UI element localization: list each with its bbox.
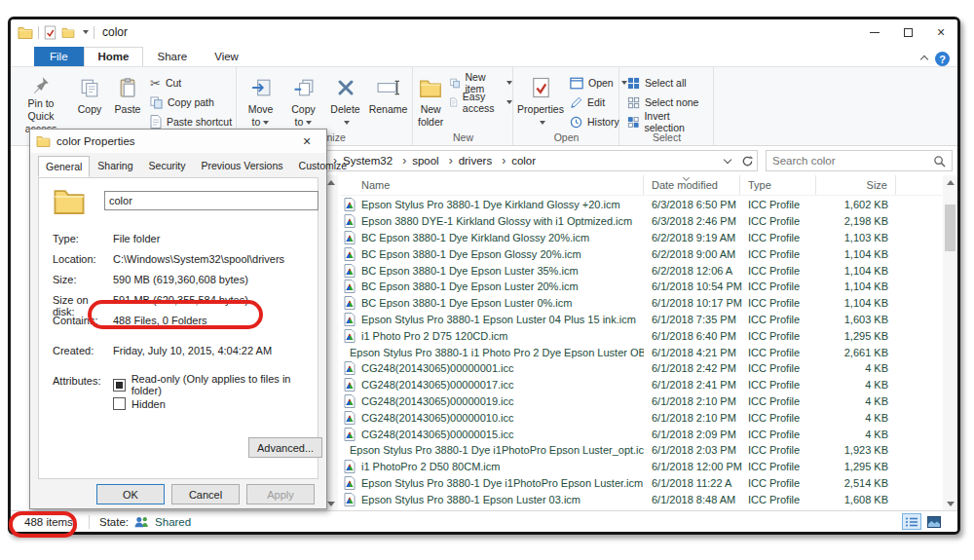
file-name: Epson Stylus Pro 3880-1 Epson Luster 03.…: [361, 494, 581, 505]
file-row[interactable]: BC Epson 3880-1 Dye Epson Glossy 20%.icm…: [340, 245, 942, 262]
delete-button[interactable]: Delete: [325, 71, 366, 131]
cut-button[interactable]: ✂ Cut: [147, 74, 235, 92]
folder-name-field[interactable]: color: [104, 191, 318, 210]
breadcrumb-segment[interactable]: › drivers: [445, 154, 497, 168]
minimize-button[interactable]: [858, 19, 891, 45]
search-box[interactable]: [766, 150, 953, 171]
column-header-size[interactable]: Size: [816, 175, 896, 195]
file-row[interactable]: i1 Photo Pro 2 D75 120CD.icm 6/1/2018 6:…: [340, 327, 942, 344]
attributes-label: Attributes:: [53, 375, 113, 387]
breadcrumb-segment[interactable]: › spool: [398, 154, 443, 168]
invert-selection-button[interactable]: Invert selection: [624, 113, 713, 131]
file-row[interactable]: Epson Stylus Pro 3880-1 Dye i1PhotoPro E…: [340, 442, 942, 459]
dialog-tab[interactable]: Security: [141, 156, 194, 176]
file-list-scrollbar[interactable]: [943, 175, 957, 510]
breadcrumb-segment[interactable]: › color: [498, 154, 540, 168]
file-row[interactable]: Epson Stylus Pro 3880-1 Epson Luster 03.…: [340, 491, 942, 507]
file-row[interactable]: i1 PhotoPro 2 D50 80CM.icm 6/1/2018 12:0…: [340, 459, 942, 475]
dialog-close-button[interactable]: ×: [293, 131, 320, 152]
read-only-checkbox[interactable]: [113, 379, 126, 392]
file-row[interactable]: CG248(20143065)00000019.icc 6/1/2018 2:1…: [340, 393, 942, 410]
icc-profile-file-icon: [344, 411, 356, 425]
column-header-spacer: [896, 175, 942, 195]
rename-icon: [377, 80, 400, 95]
divider: [89, 515, 90, 529]
file-row[interactable]: BC Epson 3880-1 Dye Kirkland Glossy 20%.…: [340, 230, 942, 246]
file-date-modified: 6/2/2018 12:06 A: [644, 265, 740, 277]
qat-folder-icon[interactable]: [61, 27, 75, 38]
properties-button[interactable]: Properties: [514, 71, 567, 131]
file-row[interactable]: Epson Stylus Pro 3880-1 Dye Kirkland Glo…: [340, 197, 942, 213]
ribbon-group-select: Select all Select none Invert selection …: [620, 67, 714, 145]
hidden-checkbox-row: Hidden: [113, 397, 166, 410]
breadcrumb-segment-label: spool: [412, 155, 439, 167]
apply-button[interactable]: Apply: [246, 484, 315, 504]
pin-to-quick-access-button[interactable]: Pin to Quickaccess: [11, 71, 71, 131]
share-state: State: Shared: [99, 516, 191, 528]
file-name: Epson Stylus Pro 3880-1 Epson Luster 04 …: [361, 314, 636, 325]
file-row[interactable]: Epson Stylus Pro 3880-1 Epson Luster 04 …: [340, 312, 942, 328]
tab-view[interactable]: View: [201, 48, 252, 66]
copy-to-button[interactable]: Copyto: [282, 71, 325, 131]
cancel-button[interactable]: Cancel: [171, 484, 240, 504]
new-item-button[interactable]: New item: [447, 74, 515, 92]
dialog-tab[interactable]: Sharing: [90, 156, 140, 176]
file-size: 1,295 KB: [816, 461, 896, 472]
file-row[interactable]: CG248(20143065)00000017.icc 6/1/2018 2:4…: [340, 377, 942, 393]
copy-button[interactable]: Copy: [71, 71, 108, 131]
file-size: 4 KB: [816, 379, 896, 391]
new-folder-button[interactable]: Newfolder: [414, 71, 447, 131]
dialog-tab[interactable]: General: [38, 156, 90, 177]
scroll-up-button[interactable]: [944, 175, 957, 189]
file-row[interactable]: Epson 3880 DYE-1 Kirkland Glossy with i1…: [340, 213, 942, 230]
tab-home[interactable]: Home: [84, 47, 144, 66]
status-bar: 488 items State: Shared: [11, 510, 957, 532]
close-button[interactable]: ×: [924, 19, 957, 45]
file-row[interactable]: CG248(20143065)00000010.icc 6/1/2018 2:1…: [340, 409, 942, 426]
search-input[interactable]: [767, 155, 933, 167]
file-row[interactable]: CG248(20143065)00000001.icc 6/1/2018 2:4…: [340, 360, 942, 377]
help-icon[interactable]: ?: [935, 52, 950, 66]
hidden-checkbox[interactable]: [113, 397, 126, 410]
file-row[interactable]: CG248(20143065)00000015.icc 6/1/2018 2:0…: [340, 426, 942, 442]
details-view-button[interactable]: [902, 513, 921, 530]
qat-customize-caret-icon[interactable]: [83, 30, 89, 34]
file-row[interactable]: Epson Stylus Pro 3880-1 i1 Photo Pro 2 D…: [340, 344, 942, 360]
advanced-button[interactable]: Advanced...: [248, 437, 322, 458]
scrollbar-thumb[interactable]: [945, 205, 955, 251]
read-only-label: Read-only (Only applies to files in fold…: [131, 373, 318, 396]
file-date-modified: 6/3/2018 2:46 PM: [644, 215, 740, 227]
column-header-type[interactable]: Type: [740, 175, 816, 195]
search-icon[interactable]: [933, 155, 946, 168]
ok-button[interactable]: OK: [96, 484, 165, 504]
tab-file[interactable]: File: [34, 47, 84, 66]
divider: [38, 26, 39, 39]
file-row[interactable]: BC Epson 3880-1 Dye Epson Luster 20%.icm…: [340, 279, 942, 295]
select-none-button[interactable]: Select none: [624, 93, 713, 111]
thumbnails-view-button[interactable]: [924, 513, 944, 530]
column-header-date-modified[interactable]: Date modified: [644, 175, 740, 195]
dialog-tab[interactable]: Previous Versions: [194, 156, 291, 176]
copy-path-button[interactable]: Copy path: [147, 93, 235, 111]
move-to-button[interactable]: Moveto: [240, 71, 282, 131]
paste-button[interactable]: Paste: [108, 71, 147, 131]
quick-access-toolbar: [11, 25, 94, 40]
select-all-button[interactable]: Select all: [624, 74, 713, 92]
dialog-tab[interactable]: Customize: [291, 156, 356, 176]
file-type: ICC Profile: [740, 248, 816, 260]
easy-access-button[interactable]: Easy access: [447, 93, 515, 111]
icc-profile-file-icon: [344, 313, 356, 326]
file-row[interactable]: Epson Stylus Pro 3880-1 Dye i1PhotoPro E…: [340, 475, 942, 492]
address-dropdown-button[interactable]: [718, 151, 737, 170]
scroll-down-button[interactable]: [944, 497, 957, 510]
qat-properties-icon[interactable]: [44, 25, 56, 40]
maximize-button[interactable]: [891, 19, 924, 45]
tab-share[interactable]: Share: [143, 48, 201, 66]
file-name: BC Epson 3880-1 Dye Epson Luster 20%.icm: [361, 280, 579, 292]
file-row[interactable]: BC Epson 3880-1 Dye Epson Luster 35%.icm…: [340, 262, 942, 279]
file-row[interactable]: BC Epson 3880-1 Dye Epson Luster 0%.icm …: [340, 295, 942, 312]
rename-button[interactable]: Rename: [366, 71, 411, 131]
refresh-button[interactable]: [737, 151, 757, 170]
minimize-ribbon-icon[interactable]: [920, 55, 928, 62]
column-header-name[interactable]: Name: [340, 175, 644, 195]
